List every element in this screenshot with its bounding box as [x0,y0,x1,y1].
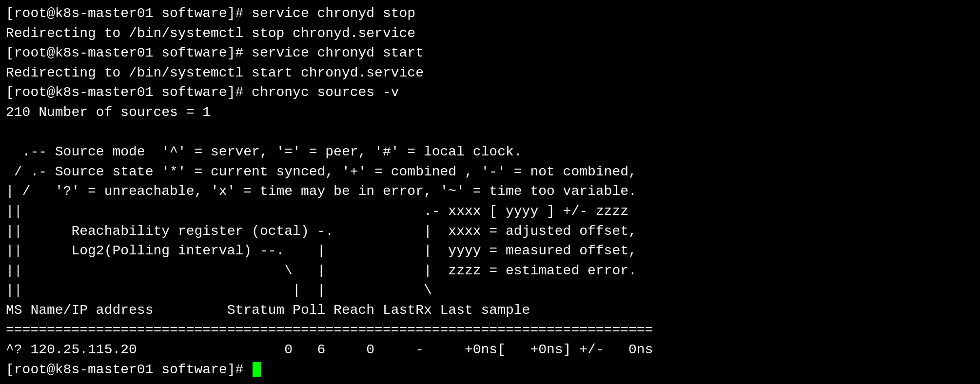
prompt-line[interactable]: [root@k8s-master01 software]# [6,360,974,380]
line-14: || | | \ [6,281,974,301]
line-12: || Log2(Polling interval) --. | | yyyy =… [6,241,974,261]
line-0: [root@k8s-master01 software]# service ch… [6,4,974,24]
empty-line-6 [6,123,974,143]
line-7: .-- Source mode '^' = server, '=' = peer… [6,142,974,162]
divider-line: ========================================… [6,321,974,341]
line-3: Redirecting to /bin/systemctl start chro… [6,63,974,83]
line-13: || \ | | zzzz = estimated error. [6,261,974,281]
line-5: 210 Number of sources = 1 [6,103,974,123]
line-10: || .- xxxx [ yyyy ] +/- zzzz [6,202,974,222]
line-9: | / '?' = unreachable, 'x' = time may be… [6,182,974,202]
terminal-cursor [253,362,261,377]
line-1: Redirecting to /bin/systemctl stop chron… [6,24,974,44]
terminal-window: [root@k8s-master01 software]# service ch… [0,0,980,384]
line-2: [root@k8s-master01 software]# service ch… [6,43,974,63]
data-row-line: ^? 120.25.115.20 0 6 0 - +0ns[ +0ns] +/-… [6,340,974,360]
line-11: || Reachability register (octal) -. | xx… [6,222,974,242]
line-8: / .- Source state '*' = current synced, … [6,162,974,182]
table-header-line: MS Name/IP address Stratum Poll Reach La… [6,301,974,321]
line-4: [root@k8s-master01 software]# chronyc so… [6,83,974,103]
